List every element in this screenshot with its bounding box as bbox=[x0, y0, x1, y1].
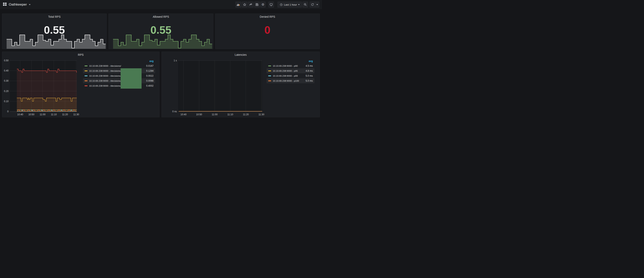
panel-title[interactable]: Total RPS bbox=[2, 15, 106, 18]
series-avg-value: 5.0 ms bbox=[306, 74, 313, 77]
panel-title[interactable]: Latencies bbox=[162, 53, 320, 56]
dashboard-title-caret-icon[interactable] bbox=[29, 4, 30, 5]
x-axis-label: 11:10 bbox=[48, 113, 60, 116]
refresh-button[interactable] bbox=[310, 1, 315, 7]
legend-item[interactable]: 10.10.69.238:9000 - /decisions/ 0.1284 bbox=[83, 68, 155, 73]
dashboards-grid-icon[interactable] bbox=[3, 2, 7, 7]
latencies-legend: avg 10.10.69.238:9000 - p90 4.5 ms 10.10… bbox=[266, 59, 314, 83]
green-overlay-artifact bbox=[121, 68, 142, 89]
series-avg-value: 0.1284 bbox=[146, 69, 154, 72]
save-button[interactable] bbox=[254, 1, 260, 7]
star-icon bbox=[243, 3, 246, 6]
panel-allowed-rps: Allowed RPS 0.55 bbox=[108, 13, 213, 49]
y-axis-label: 0.30 bbox=[2, 79, 8, 82]
x-axis-label: 10:50 bbox=[25, 113, 37, 116]
series-avg-value: 5.0 ms bbox=[306, 79, 313, 82]
legend-item[interactable]: 10.10.69.238:9000 - /decisions/ 0.4002 bbox=[83, 83, 155, 88]
x-axis-label: 11:00 bbox=[37, 113, 49, 116]
panel-total-rps: Total RPS 0.55 bbox=[2, 13, 107, 49]
clock-icon bbox=[280, 3, 283, 6]
legend-avg-header[interactable]: avg bbox=[83, 59, 155, 63]
refresh-caret-icon bbox=[316, 4, 318, 5]
legend-item[interactable]: 10.10.69.238:9000 - /decisions/ 0.0167 bbox=[83, 63, 155, 68]
rps-legend: avg 10.10.69.238:9000 - /decisions/ 0.01… bbox=[83, 59, 155, 88]
series-color-swatch[interactable] bbox=[84, 75, 88, 76]
panel-title[interactable]: RPS bbox=[2, 53, 159, 56]
legend-item[interactable]: 10.10.69.238:9000 - /decisions/ 0.0066 bbox=[83, 78, 155, 83]
series-label: 10.10.69.238:9000 - p99 bbox=[273, 75, 304, 77]
legend-item[interactable]: 10.10.69.238:9000 - p95 4.8 ms bbox=[266, 68, 314, 73]
y-axis-label: 0.20 bbox=[2, 90, 8, 93]
legend-item[interactable]: 10.10.69.238:9000 - p90 4.5 ms bbox=[266, 63, 314, 68]
navbar: Oathkeeper bbox=[0, 0, 322, 9]
legend-item[interactable]: 10.10.69.238:9000 - /decisions/ 0.0022 bbox=[83, 73, 155, 78]
series-color-swatch[interactable] bbox=[84, 65, 88, 66]
series-avg-value: 0.0022 bbox=[146, 74, 154, 77]
dashboard-title[interactable]: Oathkeeper bbox=[9, 2, 27, 6]
gear-icon: ⚙ bbox=[262, 3, 264, 6]
y-axis-label: 0 bbox=[2, 110, 8, 113]
share-button[interactable] bbox=[248, 1, 254, 7]
series-avg-value: 4.5 ms bbox=[306, 64, 313, 67]
stat-value: 0.55 bbox=[109, 24, 213, 35]
panel-title[interactable]: Denied RPS bbox=[215, 15, 320, 18]
series-color-swatch[interactable] bbox=[84, 85, 88, 86]
dashboard-grid: Total RPS 0.55 Allowed RPS 0.55 Denied R… bbox=[2, 13, 320, 117]
x-axis-label: 11:20 bbox=[240, 113, 252, 116]
y-axis-label: 0.40 bbox=[2, 69, 8, 72]
panel-denied-rps: Denied RPS 0 bbox=[215, 13, 320, 49]
legend-item[interactable]: 10.10.69.238:9000 - p99 5.0 ms bbox=[266, 73, 314, 78]
series-avg-value: 4.8 ms bbox=[306, 69, 313, 72]
series-color-swatch[interactable] bbox=[268, 65, 271, 66]
series-color-swatch[interactable] bbox=[268, 80, 271, 81]
y-axis-label: 1 s bbox=[168, 59, 177, 62]
series-label: 10.10.69.238:9000 - /decisions/ bbox=[89, 65, 144, 67]
star-button[interactable] bbox=[242, 1, 248, 7]
tv-monitor-icon bbox=[270, 3, 273, 6]
series-color-swatch[interactable] bbox=[84, 70, 88, 71]
y-axis-label: 0.50 bbox=[2, 59, 8, 62]
refresh-icon bbox=[311, 3, 314, 6]
series-label: 10.10.69.238:9000 - p90 bbox=[273, 65, 304, 67]
time-range-button[interactable]: Last 1 hour bbox=[278, 1, 302, 7]
series-color-swatch[interactable] bbox=[84, 80, 88, 81]
x-axis-label: 11:30 bbox=[70, 113, 82, 116]
x-axis-label: 11:10 bbox=[224, 113, 236, 116]
x-axis-label: 10:40 bbox=[14, 113, 26, 116]
add-panel-icon bbox=[237, 3, 240, 6]
zoom-out-icon bbox=[304, 3, 307, 6]
zoom-out-button[interactable] bbox=[302, 1, 308, 7]
series-avg-value: 0.0167 bbox=[146, 64, 154, 67]
x-axis-label: 10:50 bbox=[193, 113, 205, 116]
series-color-swatch[interactable] bbox=[268, 75, 271, 76]
legend-item[interactable]: 10.10.69.238:9000 - p100 5.0 ms bbox=[266, 78, 314, 83]
save-icon bbox=[256, 3, 258, 6]
y-axis-label: 0.10 bbox=[2, 100, 8, 103]
series-color-swatch[interactable] bbox=[268, 70, 271, 71]
settings-button[interactable]: ⚙ bbox=[260, 1, 266, 7]
add-panel-button[interactable] bbox=[236, 1, 241, 7]
series-label: 10.10.69.238:9000 - p100 bbox=[273, 80, 304, 82]
panel-rps-graph: RPS 10:4010:5011:0011:1011:2011:3000.100… bbox=[2, 51, 160, 117]
panel-latencies-graph: Latencies 10:4010:5011:0011:1011:2011:30… bbox=[162, 51, 320, 117]
x-axis-label: 11:20 bbox=[59, 113, 71, 116]
y-axis-label: 0 ns bbox=[168, 110, 177, 113]
stat-value: 0.55 bbox=[2, 24, 106, 35]
share-icon bbox=[249, 3, 252, 6]
cycle-view-button[interactable] bbox=[268, 1, 274, 7]
x-axis-label: 11:00 bbox=[209, 113, 221, 116]
series-label: 10.10.69.238:9000 - p95 bbox=[273, 70, 304, 72]
grafana-dashboard: Oathkeeper bbox=[0, 0, 322, 139]
legend-avg-header[interactable]: avg bbox=[266, 59, 314, 63]
x-axis-label: 10:40 bbox=[178, 113, 190, 116]
time-range-caret-icon bbox=[298, 4, 300, 5]
series-avg-value: 0.4002 bbox=[146, 84, 154, 87]
refresh-interval-caret-button[interactable] bbox=[315, 1, 319, 7]
panel-title[interactable]: Allowed RPS bbox=[109, 15, 213, 18]
series-avg-value: 0.0066 bbox=[146, 79, 154, 82]
stat-value: 0 bbox=[215, 24, 320, 35]
time-range-label: Last 1 hour bbox=[284, 3, 297, 6]
x-axis-label: 11:30 bbox=[256, 113, 267, 116]
